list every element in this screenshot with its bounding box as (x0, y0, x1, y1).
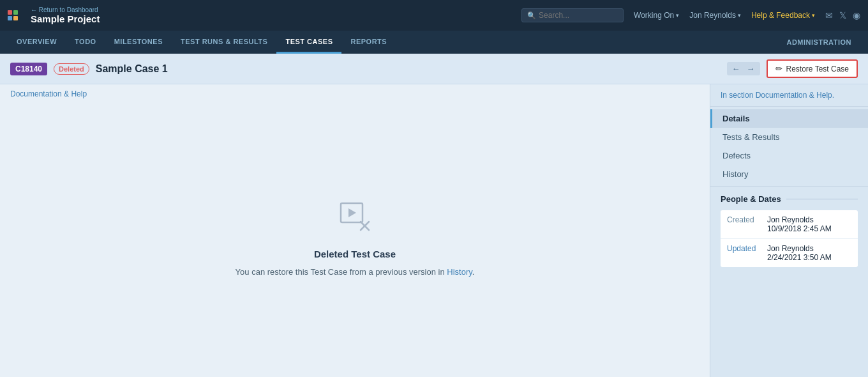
search-box: 🔍 (521, 8, 624, 22)
logo-dot (13, 10, 18, 15)
sidebar-in-section: In section Documentation & Help. (710, 84, 868, 107)
project-info: ← Return to Dashboard Sample Project (31, 6, 100, 24)
deleted-content: Deleted Test Case You can restore this T… (0, 104, 710, 371)
content-area: Documentation & Help Deleted Test Case Y… (0, 84, 710, 377)
nav-item-todo[interactable]: TODO (66, 31, 105, 54)
nav-item-milestones[interactable]: MILESTONES (105, 31, 172, 54)
search-icon: 🔍 (527, 12, 536, 20)
breadcrumb-link[interactable]: Documentation & Help (10, 89, 87, 98)
people-dates-section: People & Dates Created Jon Reynolds 10/9… (710, 187, 868, 275)
created-user: Jon Reynolds (767, 215, 832, 224)
nav-item-test-cases[interactable]: TEST CASES (276, 31, 341, 54)
user-menu-button[interactable]: Jon Reynolds ▾ (689, 11, 741, 20)
app-logo (8, 10, 20, 20)
updated-date: 2/24/2021 3:50 AM (767, 253, 832, 262)
rss-icon[interactable]: ◉ (853, 10, 860, 20)
nav-item-administration[interactable]: ADMINISTRATION (777, 38, 860, 46)
logo-dot (13, 16, 18, 20)
topbar: ← Return to Dashboard Sample Project 🔍 W… (0, 0, 868, 31)
restore-icon: ✏ (775, 64, 782, 73)
sidebar-nav-history[interactable]: History (710, 165, 868, 183)
twitter-icon[interactable]: 𝕏 (839, 10, 846, 20)
sidebar-section-link[interactable]: Documentation & Help (756, 91, 832, 100)
case-id-badge: C18140 (10, 63, 47, 75)
main-layout: Documentation & Help Deleted Test Case Y… (0, 84, 868, 377)
topbar-icons: ✉ 𝕏 ◉ (825, 10, 860, 20)
help-feedback-button[interactable]: Help & Feedback ▾ (751, 11, 815, 20)
created-row: Created Jon Reynolds 10/9/2018 2:45 AM (721, 210, 858, 239)
working-on-button[interactable]: Working On ▾ (634, 11, 679, 20)
deleted-message: You can restore this Test Case from a pr… (236, 267, 475, 277)
created-value: Jon Reynolds 10/9/2018 2:45 AM (767, 215, 832, 233)
updated-value: Jon Reynolds 2/24/2021 3:50 AM (767, 244, 832, 262)
sidebar: In section Documentation & Help. Details… (710, 84, 868, 377)
created-label: Created (727, 215, 762, 233)
mail-icon[interactable]: ✉ (825, 10, 833, 20)
next-case-button[interactable]: → (744, 63, 758, 74)
people-dates-table: Created Jon Reynolds 10/9/2018 2:45 AM U… (721, 210, 858, 267)
breadcrumb: Documentation & Help (0, 84, 710, 104)
sidebar-nav: Details Tests & Results Defects History (710, 107, 868, 187)
restore-test-case-button[interactable]: ✏ Restore Test Case (767, 59, 858, 78)
case-header: C18140 Deleted Sample Case 1 ← → ✏ Resto… (0, 54, 868, 84)
case-title: Sample Case 1 (96, 63, 721, 75)
deleted-badge: Deleted (54, 63, 89, 75)
history-link[interactable]: History (447, 267, 472, 277)
sidebar-nav-tests-results[interactable]: Tests & Results (710, 128, 868, 146)
logo-dot (8, 16, 12, 20)
updated-user: Jon Reynolds (767, 244, 832, 253)
updated-label: Updated (727, 244, 762, 262)
case-navigation-arrows: ← → (727, 62, 760, 75)
created-date: 10/9/2018 2:45 AM (767, 224, 832, 233)
sidebar-nav-details[interactable]: Details (710, 109, 868, 128)
return-to-dashboard-link[interactable]: ← Return to Dashboard (31, 6, 100, 13)
navbar: OVERVIEW TODO MILESTONES TEST RUNS & RES… (0, 31, 868, 54)
nav-item-test-runs[interactable]: TEST RUNS & RESULTS (172, 31, 276, 54)
project-title: Sample Project (31, 13, 100, 24)
nav-item-reports[interactable]: REPORTS (341, 31, 396, 54)
deleted-title: Deleted Test Case (314, 249, 396, 259)
search-input[interactable] (539, 11, 618, 20)
svg-marker-1 (348, 208, 356, 217)
sidebar-nav-defects[interactable]: Defects (710, 146, 868, 165)
prev-case-button[interactable]: ← (730, 63, 743, 74)
people-dates-title: People & Dates (721, 194, 858, 204)
nav-item-overview[interactable]: OVERVIEW (8, 31, 66, 54)
updated-row: Updated Jon Reynolds 2/24/2021 3:50 AM (721, 239, 858, 267)
deleted-test-icon (337, 198, 373, 241)
logo-dot (8, 10, 12, 15)
